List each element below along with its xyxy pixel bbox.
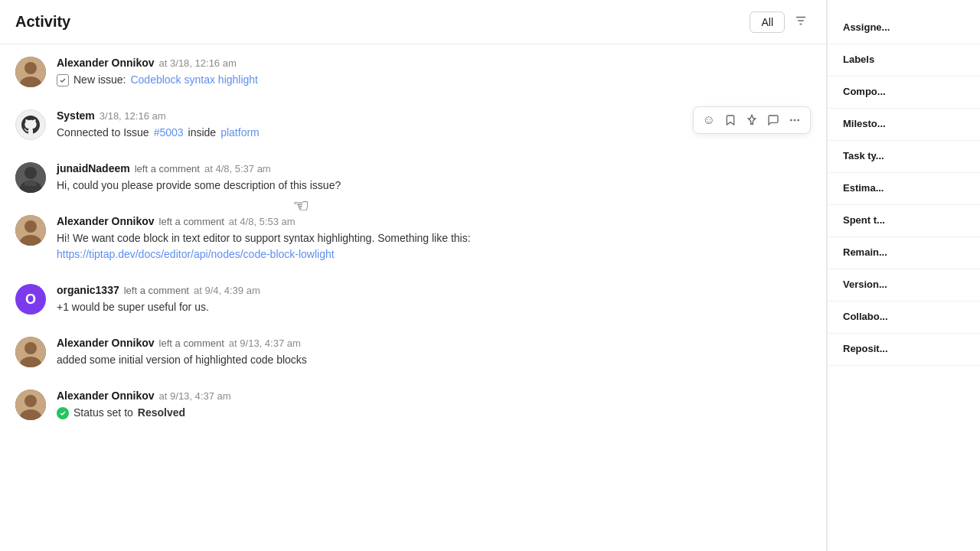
activity-action: left a comment: [135, 163, 200, 174]
activity-time: at 9/13, 4:37 am: [229, 337, 301, 349]
sidebar-component-label: Compo...: [843, 86, 965, 97]
activity-time: at 4/8, 5:37 am: [204, 163, 271, 174]
content-text: Connected to Issue: [57, 125, 149, 141]
avatar: [15, 337, 46, 367]
content-bold: Resolved: [138, 405, 185, 421]
sidebar-collaborator-label: Collabo...: [843, 311, 965, 322]
sidebar-version-label: Version...: [843, 279, 965, 290]
sidebar-estimate-label: Estima...: [843, 182, 965, 194]
avatar: O: [15, 284, 46, 315]
cursor: ☞: [292, 195, 309, 217]
emoji-button[interactable]: ☺: [700, 110, 718, 130]
issue-number-link[interactable]: #5003: [154, 125, 184, 141]
activity-body: Alexander Onnikov left a comment at 9/13…: [57, 337, 811, 368]
activity-item: Alexander Onnikov at 9/13, 4:37 am Statu…: [15, 390, 811, 421]
more-button[interactable]: [786, 111, 804, 129]
activity-title: Activity: [15, 13, 70, 31]
issue-icon: [57, 74, 69, 86]
activity-body: Alexander Onnikov left a comment at 4/8,…: [57, 215, 811, 262]
sidebar-collaborator: Collabo...: [828, 302, 980, 334]
activity-header: Activity All: [0, 0, 826, 44]
activity-author: Alexander Onnikov: [57, 390, 155, 402]
activity-author: Alexander Onnikov: [57, 57, 155, 69]
svg-point-6: [790, 119, 792, 122]
svg-point-17: [24, 342, 37, 354]
activity-item: Alexander Onnikov at 3/18, 12:16 am New …: [15, 57, 811, 88]
svg-point-8: [797, 119, 799, 122]
avatar: [15, 162, 46, 193]
activity-author: System: [57, 109, 95, 122]
activity-item: System 3/18, 12:16 am Connected to Issue…: [15, 109, 811, 141]
activity-meta: junaidNadeem left a comment at 4/8, 5:37…: [57, 162, 811, 174]
content-text: added some initial version of highlighte…: [57, 352, 307, 368]
activity-body: organic1337 left a comment at 9/4, 4:39 …: [57, 284, 811, 315]
sidebar-assignee: Assigne...: [828, 12, 980, 44]
activity-meta: Alexander Onnikov left a comment at 4/8,…: [57, 215, 811, 227]
avatar-image: [15, 162, 46, 193]
activity-list: Alexander Onnikov at 3/18, 12:16 am New …: [0, 44, 826, 549]
comment-button[interactable]: [764, 111, 782, 129]
activity-content: Status set to Resolved: [57, 405, 811, 421]
avatar: [15, 57, 46, 87]
emoji-icon: ☺: [703, 113, 715, 127]
activity-time: 3/18, 12:16 am: [100, 110, 166, 122]
avatar: [15, 390, 46, 420]
avatar-image: [15, 390, 46, 420]
sidebar-remaining: Remain...: [828, 237, 980, 269]
sidebar-spent-time: Spent t...: [828, 205, 980, 237]
activity-time: at 3/18, 12:16 am: [159, 57, 237, 69]
sidebar-component: Compo...: [828, 77, 980, 109]
activity-content: +1 would be super useful for us.: [57, 299, 811, 315]
resolved-icon: [57, 407, 69, 419]
svg-point-14: [24, 220, 37, 233]
sidebar-repository: Reposit...: [828, 334, 980, 366]
svg-point-10: [24, 167, 37, 179]
avatar-letter: O: [25, 292, 36, 308]
right-sidebar: Assigne... Labels Compo... Milesto... Ta…: [827, 0, 980, 551]
sidebar-task-type-label: Task ty...: [843, 150, 965, 161]
sidebar-milestone: Milesto...: [828, 109, 980, 141]
sidebar-repository-label: Reposit...: [843, 343, 965, 354]
svg-point-4: [24, 62, 37, 74]
bookmark-icon: [724, 114, 737, 126]
avatar-image: [15, 337, 46, 367]
all-button[interactable]: All: [750, 11, 785, 33]
hover-actions: ☺: [693, 106, 811, 134]
activity-meta: organic1337 left a comment at 9/4, 4:39 …: [57, 284, 811, 296]
activity-item: O organic1337 left a comment at 9/4, 4:3…: [15, 284, 811, 315]
content-text: Hi, could you please provide some descri…: [57, 178, 341, 194]
avatar: [15, 215, 46, 246]
avatar-image: [15, 215, 46, 246]
avatar: [15, 109, 46, 140]
activity-author: junaidNadeem: [57, 162, 130, 174]
content-prefix: Status set to: [74, 405, 133, 421]
sidebar-assignee-label: Assigne...: [843, 21, 965, 33]
content-link[interactable]: https://tiptap.dev/docs/editor/api/nodes…: [57, 248, 335, 260]
svg-point-20: [24, 395, 37, 407]
activity-time: at 9/4, 4:39 am: [194, 285, 260, 296]
activity-content: Hi! We want code block in text editor to…: [57, 230, 811, 262]
more-icon: [789, 114, 801, 126]
activity-meta: Alexander Onnikov left a comment at 9/13…: [57, 337, 811, 349]
svg-point-7: [794, 119, 796, 122]
sidebar-estimate: Estima...: [828, 173, 980, 205]
activity-author: Alexander Onnikov: [57, 215, 155, 227]
content-middle: inside: [188, 125, 217, 141]
platform-link[interactable]: platform: [220, 125, 260, 141]
activity-content: added some initial version of highlighte…: [57, 352, 811, 368]
activity-time: at 9/13, 4:37 am: [159, 390, 231, 402]
sidebar-version: Version...: [828, 269, 980, 302]
header-actions: All: [750, 11, 811, 33]
pin-button[interactable]: [743, 111, 761, 129]
comment-icon: [767, 114, 779, 126]
filter-icon: [794, 14, 808, 28]
content-prefix: New issue:: [74, 72, 126, 88]
sidebar-remaining-label: Remain...: [843, 246, 965, 258]
pin-icon: [746, 114, 758, 126]
avatar-image: [15, 57, 46, 87]
issue-link[interactable]: Codeblock syntax highlight: [130, 72, 258, 88]
bookmark-button[interactable]: [721, 111, 740, 129]
filter-icon-button[interactable]: [791, 11, 811, 33]
activity-item: Alexander Onnikov left a comment at 9/13…: [15, 337, 811, 368]
activity-time: at 4/8, 5:53 am: [229, 216, 296, 227]
